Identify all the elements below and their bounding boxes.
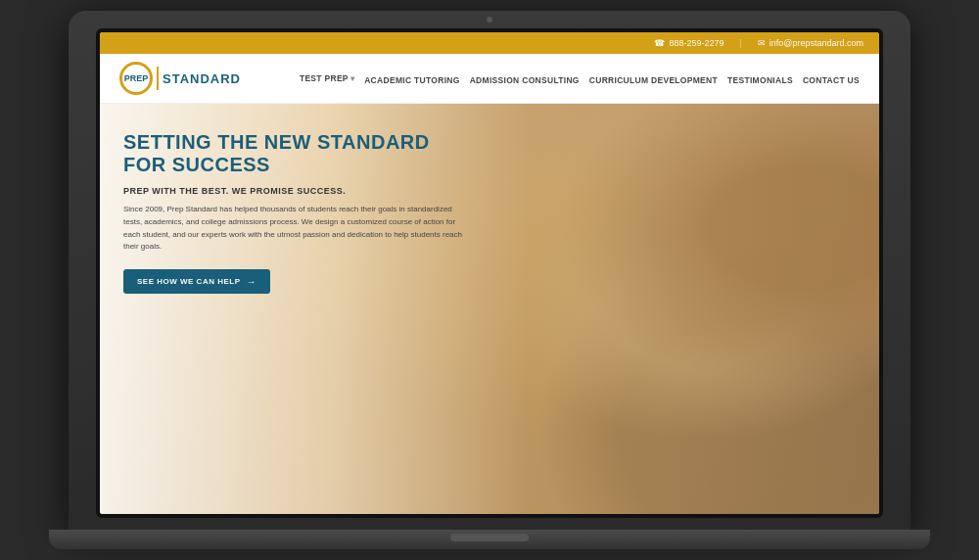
logo-circle: PREP: [119, 62, 153, 95]
laptop-camera: [487, 17, 492, 23]
top-bar-divider: |: [739, 38, 741, 48]
top-bar: ☎ 888-259-2279 | ✉ info@prepstandard.com: [100, 32, 879, 54]
logo-divider: [157, 67, 159, 90]
nav-item-tutoring[interactable]: ACADEMIC TUTORING: [364, 70, 460, 87]
logo-standard-text: STANDARD: [163, 71, 241, 86]
phone-icon: ☎: [654, 38, 665, 48]
hero-section: SETTING THE NEW STANDARD FOR SUCCESS PRE…: [100, 104, 879, 514]
hero-content: SETTING THE NEW STANDARD FOR SUCCESS PRE…: [100, 104, 490, 321]
nav-link-curriculum[interactable]: CURRICULUM DEVELOPMENT: [589, 75, 718, 85]
laptop-screen-border: ☎ 888-259-2279 | ✉ info@prepstandard.com: [96, 28, 883, 518]
nav-link-contact[interactable]: CONTACT US: [803, 75, 860, 85]
hero-heading: SETTING THE NEW STANDARD FOR SUCCESS: [123, 131, 466, 176]
nav-link-admission[interactable]: ADMISSION CONSULTING: [470, 75, 580, 85]
email-address: info@prepstandard.com: [769, 38, 863, 48]
hero-description: Since 2009, Prep Standard has helped tho…: [123, 204, 466, 254]
nav-item-admission[interactable]: ADMISSION CONSULTING: [470, 70, 580, 87]
website: ☎ 888-259-2279 | ✉ info@prepstandard.com: [100, 32, 879, 514]
nav-item-curriculum[interactable]: CURRICULUM DEVELOPMENT: [589, 70, 718, 87]
nav-item-testimonials[interactable]: TESTIMONIALS: [727, 70, 793, 87]
nav-link-test-prep[interactable]: TEST PREP: [300, 73, 354, 83]
hero-subheading: PREP WITH THE BEST. WE PROMISE SUCCESS.: [123, 186, 466, 196]
laptop-body: ☎ 888-259-2279 | ✉ info@prepstandard.com: [69, 11, 910, 530]
logo-prep-text: PREP: [124, 74, 149, 83]
main-nav: PREP STANDARD TEST PREP ACADEMIC TUTORIN…: [100, 54, 879, 104]
email-icon: ✉: [758, 38, 766, 48]
logo: PREP STANDARD: [119, 62, 241, 95]
email-item: ✉ info@prepstandard.com: [758, 38, 863, 48]
nav-item-test-prep[interactable]: TEST PREP: [300, 73, 354, 83]
phone-item: ☎ 888-259-2279: [654, 38, 723, 48]
nav-link-tutoring[interactable]: ACADEMIC TUTORING: [364, 75, 460, 85]
laptop-wrapper: ☎ 888-259-2279 | ✉ info@prepstandard.com: [0, 0, 979, 560]
hero-cta-button[interactable]: SEE HOW WE CAN HELP →: [123, 269, 270, 294]
nav-item-contact[interactable]: CONTACT US: [803, 70, 860, 87]
arrow-icon: →: [247, 276, 257, 287]
laptop-base: [49, 530, 930, 549]
hero-cta-label: SEE HOW WE CAN HELP: [137, 277, 241, 286]
phone-number: 888-259-2279: [669, 38, 723, 48]
nav-links: TEST PREP ACADEMIC TUTORING ADMISSION CO…: [300, 70, 860, 87]
nav-link-testimonials[interactable]: TESTIMONIALS: [727, 75, 793, 85]
